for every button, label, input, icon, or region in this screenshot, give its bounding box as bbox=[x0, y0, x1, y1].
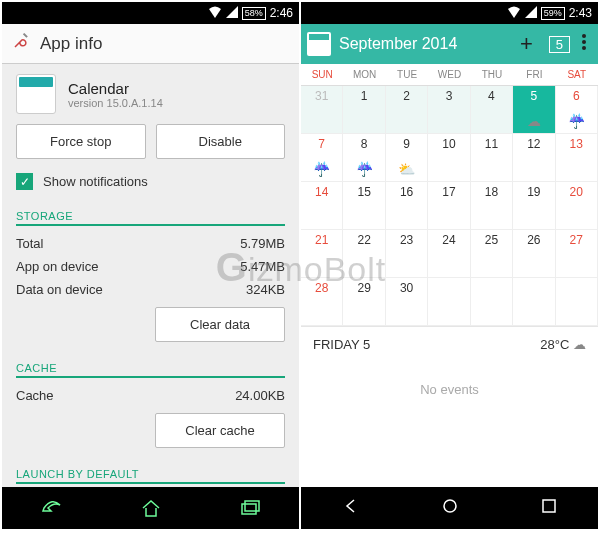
svg-point-3 bbox=[582, 34, 586, 38]
calendar-screen: 59% 2:43 September 2014 + 5 SUNMONTUEWED… bbox=[301, 2, 598, 529]
day-cell[interactable]: 19 bbox=[513, 182, 555, 230]
signal-icon bbox=[226, 6, 238, 21]
data-on-device-value: 324KB bbox=[246, 282, 285, 297]
day-cell[interactable]: 7☔ bbox=[301, 134, 343, 182]
nav-bar bbox=[301, 487, 598, 529]
day-cell[interactable] bbox=[513, 278, 555, 326]
dow-cell: FRI bbox=[513, 64, 555, 85]
cache-section-label: CACHE bbox=[2, 352, 299, 376]
day-cell[interactable]: 2 bbox=[386, 86, 428, 134]
dow-cell: WED bbox=[428, 64, 470, 85]
home-button[interactable] bbox=[141, 499, 161, 517]
day-cell[interactable]: 16 bbox=[386, 182, 428, 230]
calendar-app-icon bbox=[16, 74, 56, 114]
weather-icon: ☔ bbox=[343, 161, 384, 177]
add-event-button[interactable]: + bbox=[510, 31, 543, 57]
day-cell[interactable] bbox=[556, 278, 598, 326]
day-cell[interactable]: 4 bbox=[471, 86, 513, 134]
wifi-icon bbox=[208, 6, 222, 21]
show-notifications-label: Show notifications bbox=[43, 174, 148, 189]
day-cell[interactable]: 24 bbox=[428, 230, 470, 278]
cloud-icon: ☁ bbox=[573, 337, 586, 352]
weather-icon: ☔ bbox=[556, 113, 597, 129]
day-cell[interactable]: 28 bbox=[301, 278, 343, 326]
clear-cache-button[interactable]: Clear cache bbox=[155, 413, 285, 448]
page-title: App info bbox=[40, 34, 102, 54]
day-cell[interactable] bbox=[428, 278, 470, 326]
app-on-device-label: App on device bbox=[16, 259, 98, 274]
day-cell[interactable]: 21 bbox=[301, 230, 343, 278]
title-bar: App info bbox=[2, 24, 299, 64]
dow-cell: SAT bbox=[556, 64, 598, 85]
launch-section-label: LAUNCH BY DEFAULT bbox=[2, 458, 299, 482]
force-stop-button[interactable]: Force stop bbox=[16, 124, 146, 159]
clear-data-button[interactable]: Clear data bbox=[155, 307, 285, 342]
day-cell[interactable]: 12 bbox=[513, 134, 555, 182]
app-header: Calendar version 15.0.A.1.14 bbox=[2, 64, 299, 124]
day-cell[interactable]: 10 bbox=[428, 134, 470, 182]
total-value: 5.79MB bbox=[240, 236, 285, 251]
storage-section-label: STORAGE bbox=[2, 200, 299, 224]
selected-day-label: FRIDAY 5 bbox=[313, 337, 370, 352]
back-button[interactable] bbox=[41, 499, 63, 517]
overflow-menu-icon[interactable] bbox=[576, 34, 592, 54]
home-button[interactable] bbox=[441, 497, 459, 519]
clock: 2:43 bbox=[569, 6, 592, 20]
status-bar: 59% 2:43 bbox=[301, 2, 598, 24]
data-on-device-label: Data on device bbox=[16, 282, 103, 297]
back-button[interactable] bbox=[342, 497, 360, 519]
day-cell[interactable]: 17 bbox=[428, 182, 470, 230]
svg-rect-7 bbox=[543, 500, 555, 512]
day-cell[interactable]: 27 bbox=[556, 230, 598, 278]
day-cell[interactable]: 22 bbox=[343, 230, 385, 278]
recent-button[interactable] bbox=[240, 500, 260, 516]
svg-rect-0 bbox=[23, 33, 28, 38]
day-cell[interactable]: 25 bbox=[471, 230, 513, 278]
day-cell[interactable]: 20 bbox=[556, 182, 598, 230]
month-grid: 3112345☁6☔7☔8☔9⛅101112131415161718192021… bbox=[301, 86, 598, 326]
svg-point-6 bbox=[444, 500, 456, 512]
day-cell[interactable]: 31 bbox=[301, 86, 343, 134]
day-of-week-header: SUNMONTUEWEDTHUFRISAT bbox=[301, 64, 598, 86]
svg-point-5 bbox=[582, 46, 586, 50]
day-cell[interactable]: 30 bbox=[386, 278, 428, 326]
day-cell[interactable]: 18 bbox=[471, 182, 513, 230]
day-cell[interactable]: 11 bbox=[471, 134, 513, 182]
day-cell[interactable]: 3 bbox=[428, 86, 470, 134]
day-cell[interactable] bbox=[471, 278, 513, 326]
calendar-icon[interactable] bbox=[307, 32, 331, 56]
day-cell[interactable]: 15 bbox=[343, 182, 385, 230]
battery-indicator: 58% bbox=[242, 7, 266, 20]
day-cell[interactable]: 26 bbox=[513, 230, 555, 278]
cache-label: Cache bbox=[16, 388, 54, 403]
day-cell[interactable]: 29 bbox=[343, 278, 385, 326]
day-cell[interactable]: 6☔ bbox=[556, 86, 598, 134]
weather-icon: ⛅ bbox=[386, 161, 427, 177]
today-button[interactable]: 5 bbox=[549, 36, 570, 53]
day-cell[interactable]: 8☔ bbox=[343, 134, 385, 182]
svg-point-4 bbox=[582, 40, 586, 44]
day-cell[interactable]: 13 bbox=[556, 134, 598, 182]
day-cell[interactable]: 14 bbox=[301, 182, 343, 230]
show-notifications-row[interactable]: ✓ Show notifications bbox=[2, 169, 299, 200]
recent-button[interactable] bbox=[541, 498, 557, 518]
dow-cell: SUN bbox=[301, 64, 343, 85]
status-bar: 58% 2:46 bbox=[2, 2, 299, 24]
day-cell[interactable]: 23 bbox=[386, 230, 428, 278]
wrench-icon bbox=[12, 32, 30, 55]
checkbox-checked-icon[interactable]: ✓ bbox=[16, 173, 33, 190]
app-version: version 15.0.A.1.14 bbox=[68, 97, 163, 109]
month-label[interactable]: September 2014 bbox=[339, 35, 457, 53]
day-cell[interactable]: 1 bbox=[343, 86, 385, 134]
app-on-device-value: 5.47MB bbox=[240, 259, 285, 274]
temperature: 28°C ☁ bbox=[540, 337, 586, 352]
day-cell[interactable]: 9⛅ bbox=[386, 134, 428, 182]
clock: 2:46 bbox=[270, 6, 293, 20]
day-cell[interactable]: 5☁ bbox=[513, 86, 555, 134]
dow-cell: TUE bbox=[386, 64, 428, 85]
disable-button[interactable]: Disable bbox=[156, 124, 286, 159]
nav-bar bbox=[2, 487, 299, 529]
calendar-header: September 2014 + 5 bbox=[301, 24, 598, 64]
dow-cell: THU bbox=[471, 64, 513, 85]
cache-value: 24.00KB bbox=[235, 388, 285, 403]
